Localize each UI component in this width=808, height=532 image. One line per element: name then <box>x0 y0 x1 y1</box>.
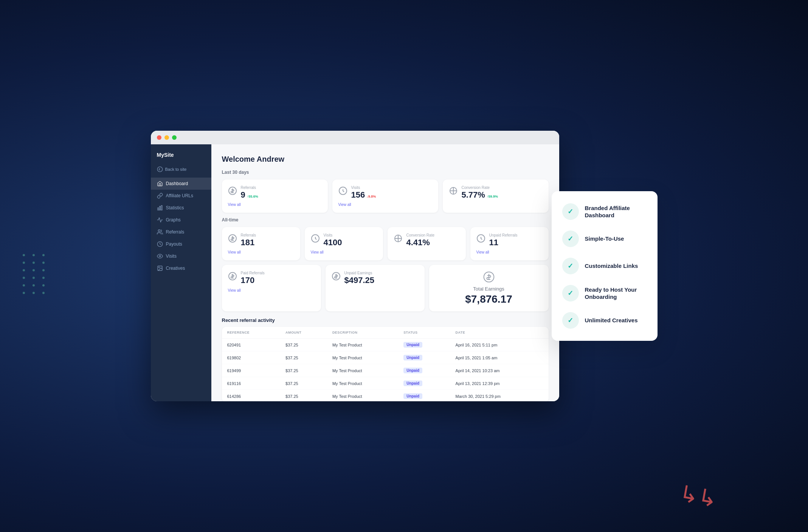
browser-titlebar <box>151 131 559 144</box>
total-earnings-card[interactable]: Total Earnings $7,876.17 <box>429 265 549 311</box>
amount-cell: $37.25 <box>280 351 327 364</box>
traffic-light-red[interactable] <box>157 135 161 140</box>
card-badge: ↑59.9% <box>487 195 498 198</box>
money-icon <box>157 241 163 247</box>
sidebar-item-graphs[interactable]: Graphs <box>151 214 211 226</box>
sidebar-item-affiliate-urls[interactable]: Affiliate URLs <box>151 190 211 202</box>
table-row[interactable]: 619802$37.25My Test ProductUnpaidApril 1… <box>222 351 549 364</box>
card-header: Paid Referrals 170 <box>228 271 315 285</box>
feature-item-3: ✓ Ready to Host Your Onboarding <box>562 285 647 302</box>
last30-card-0[interactable]: Referrals 9↑55.6% View all <box>222 179 328 213</box>
svg-rect-2 <box>159 206 160 210</box>
sidebar-item-visits[interactable]: Visits <box>151 250 211 262</box>
card-badge: ↓9.8% <box>366 195 376 198</box>
date-cell: April 15, 2021 1:05 am <box>450 351 549 364</box>
card-value: $497.25 <box>344 276 419 285</box>
card-value: 5.77%↑59.9% <box>462 190 543 200</box>
sidebar-item-dashboard[interactable]: Dashboard <box>151 178 211 190</box>
status-badge: Unpaid <box>403 368 422 373</box>
card-label: Paid Referrals <box>241 271 315 275</box>
browser-window: MySite Back to site Dashboard Affiliate … <box>151 131 559 401</box>
card-label: Visits <box>324 233 377 237</box>
card-meta: Conversion Rate 4.41% <box>406 233 460 247</box>
sidebar-item-label: Affiliate URLs <box>166 193 193 198</box>
graph-icon <box>157 217 163 223</box>
amount-cell: $37.25 <box>280 377 327 390</box>
feature-check-0: ✓ <box>562 203 579 220</box>
table-row[interactable]: 620491$37.25My Test ProductUnpaidApril 1… <box>222 339 549 351</box>
sidebar-item-statistics[interactable]: Statistics <box>151 202 211 214</box>
card-label: Referrals <box>241 233 294 237</box>
card-label: Visits <box>351 186 432 190</box>
alltime-card-2[interactable]: Conversion Rate 4.41% <box>388 227 466 260</box>
card-header: Referrals 9↑55.6% <box>228 186 322 200</box>
bottom-card-0[interactable]: Paid Referrals 170 View all <box>222 265 321 311</box>
dollar-icon <box>228 186 237 195</box>
view-all-link[interactable]: View all <box>476 250 543 254</box>
status-badge: Unpaid <box>403 342 422 348</box>
scale-icon <box>394 234 403 243</box>
card-meta: Referrals 181 <box>241 233 294 247</box>
back-icon <box>157 166 163 172</box>
card-label: Conversion Rate <box>406 233 460 237</box>
image-icon <box>157 265 163 271</box>
users-icon <box>157 229 163 235</box>
amount-cell: $37.25 <box>280 364 327 377</box>
svg-point-0 <box>157 167 162 172</box>
view-all-link[interactable]: View all <box>338 203 432 207</box>
traffic-light-yellow[interactable] <box>164 135 169 140</box>
feature-label-3: Ready to Host Your Onboarding <box>585 286 647 301</box>
alltime-label: All-time <box>222 217 549 223</box>
date-cell: April 14, 2021 10:23 am <box>450 364 549 377</box>
alltime-card-0[interactable]: Referrals 181 View all <box>222 227 300 260</box>
desc-cell: My Test Product <box>327 364 398 377</box>
last30-card-2[interactable]: Conversion Rate 5.77%↑59.9% <box>443 179 549 213</box>
view-all-link[interactable]: View all <box>311 250 377 254</box>
alltime-card-1[interactable]: Visits 4100 View all <box>305 227 383 260</box>
dollar-icon <box>332 272 341 281</box>
date-cell: April 13, 2021 12:39 pm <box>450 377 549 390</box>
table-header: REFERENCE <box>222 327 281 339</box>
sidebar-item-payouts[interactable]: Payouts <box>151 238 211 250</box>
card-label: Unpaid Earnings <box>344 271 419 275</box>
bottom-card-1[interactable]: Unpaid Earnings $497.25 <box>326 265 425 311</box>
alltime-card-3[interactable]: Unpaid Referrals 11 View all <box>470 227 549 260</box>
feature-label-1: Simple-To-Use <box>585 235 624 243</box>
table-row[interactable]: 619499$37.25My Test ProductUnpaidApril 1… <box>222 364 549 377</box>
desc-cell: My Test Product <box>327 351 398 364</box>
traffic-light-green[interactable] <box>172 135 177 140</box>
sidebar-item-label: Graphs <box>166 217 181 223</box>
sidebar-item-creatives[interactable]: Creatives <box>151 262 211 274</box>
card-header: Unpaid Earnings $497.25 <box>332 271 419 285</box>
ref-cell: 620491 <box>222 339 281 351</box>
visits-icon <box>311 234 320 243</box>
status-badge: Unpaid <box>403 393 422 399</box>
dollar-icon <box>228 234 237 243</box>
sidebar-back-link[interactable]: Back to site <box>151 164 211 175</box>
table-header: AMOUNT <box>280 327 327 339</box>
swirl-decoration: ↳↳ <box>678 480 720 512</box>
card-meta: Conversion Rate 5.77%↑59.9% <box>462 186 543 200</box>
view-all-link[interactable]: View all <box>228 288 315 292</box>
last30-card-1[interactable]: Visits 156↓9.8% View all <box>332 179 438 213</box>
table-row[interactable]: 619116$37.25My Test ProductUnpaidApril 1… <box>222 377 549 390</box>
view-all-link[interactable]: View all <box>228 250 294 254</box>
checkmark-icon: ✓ <box>568 235 573 243</box>
table-row[interactable]: 614286$37.25My Test ProductUnpaidMarch 3… <box>222 390 549 401</box>
scale-icon <box>449 186 458 195</box>
status-badge: Unpaid <box>403 380 422 386</box>
checkmark-icon: ✓ <box>568 207 573 216</box>
date-cell: April 16, 2021 5:11 pm <box>450 339 549 351</box>
card-header: Conversion Rate 4.41% <box>394 233 460 247</box>
browser-body: MySite Back to site Dashboard Affiliate … <box>151 144 559 401</box>
view-all-link[interactable]: View all <box>228 203 322 207</box>
link-icon <box>157 193 163 199</box>
card-value: 181 <box>241 238 294 247</box>
card-meta: Paid Referrals 170 <box>241 271 315 285</box>
ref-cell: 619499 <box>222 364 281 377</box>
card-badge: ↑55.6% <box>247 195 258 198</box>
sidebar-item-referrals[interactable]: Referrals <box>151 226 211 238</box>
sidebar: MySite Back to site Dashboard Affiliate … <box>151 144 211 401</box>
feature-check-1: ✓ <box>562 230 579 247</box>
svg-point-6 <box>159 255 161 257</box>
